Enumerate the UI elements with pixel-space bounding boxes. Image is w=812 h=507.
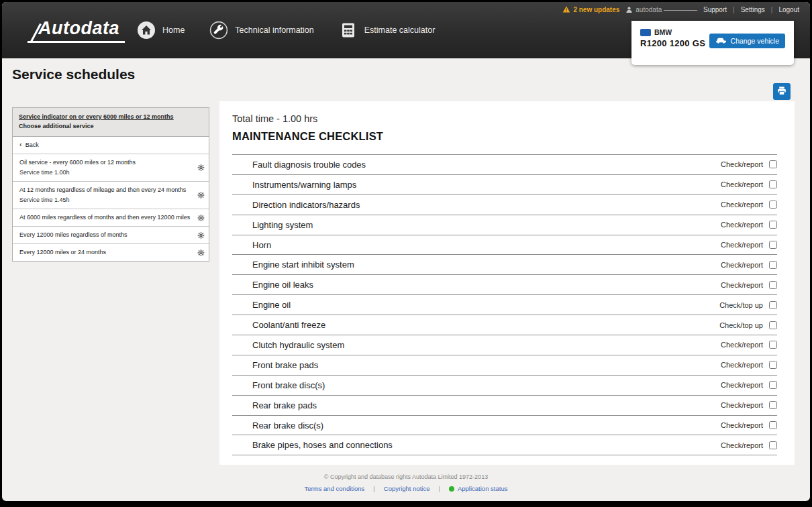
change-vehicle-button[interactable]: Change vehicle [709, 34, 785, 48]
checklist-row: Lighting systemCheck/report [232, 215, 777, 235]
gear-icon[interactable] [197, 192, 205, 199]
checklist-item-label: Front brake pads [252, 360, 721, 370]
checklist-item-label: Coolant/anti freeze [252, 320, 719, 330]
home-icon [136, 20, 156, 40]
gear-icon[interactable] [197, 231, 205, 239]
sidebar-item-1[interactable]: Oil service - every 6000 miles or 12 mon… [13, 154, 209, 182]
service-time-label: Service time 1.00h [19, 168, 136, 177]
checklist-row: HornCheck/report [232, 235, 777, 256]
checklist-checkbox[interactable] [769, 381, 777, 389]
sidebar-item-text: Back [26, 141, 39, 150]
nav-item-estimate-calculator[interactable]: Estimate calculator [338, 20, 436, 40]
checklist-item-label: Horn [252, 240, 721, 250]
separator: | [373, 485, 374, 492]
checklist-action-label: Check/report [721, 261, 763, 269]
separator: | [733, 6, 735, 13]
page-title: Service schedules [12, 66, 135, 82]
logout-link[interactable]: Logout [778, 6, 799, 13]
checklist-item-label: Rear brake disc(s) [252, 420, 721, 431]
choose-service-label: Choose additional service [19, 122, 203, 131]
sidebar-item-2[interactable]: At 12 months regardless of mileage and t… [13, 182, 209, 209]
vehicle-model: R1200 1200 GS [640, 38, 705, 48]
checklist-row: Rear brake padsCheck/report [232, 396, 777, 416]
footer-link-terms-and-conditions[interactable]: Terms and conditions [305, 485, 365, 492]
service-options-panel: Service indicator on or every 6000 miles… [12, 107, 209, 262]
checklist-checkbox[interactable] [769, 421, 777, 429]
updates-link[interactable]: 2 new updates [562, 5, 619, 13]
checklist-action-label: Check/top up [719, 301, 763, 309]
checklist-action-label: Check/report [721, 281, 763, 289]
checklist-checkbox[interactable] [769, 221, 777, 229]
nav-item-label: Home [162, 25, 185, 35]
footer-link-copyright-notice[interactable]: Copyright notice [384, 485, 430, 492]
checklist-checkbox[interactable] [769, 321, 777, 329]
sidebar-item-text: Oil service - every 6000 miles or 12 mon… [19, 158, 136, 177]
checklist-item-label: Engine oil leaks [252, 280, 721, 290]
checklist-rows: Fault diagnosis trouble codesCheck/repor… [232, 154, 777, 455]
checklist-row: Front brake padsCheck/report [232, 355, 777, 376]
selected-schedule-label: Service indicator on or every 6000 miles… [19, 113, 203, 122]
support-link[interactable]: Support [703, 6, 727, 13]
service-options-list: ‹BackOil service - every 6000 miles or 1… [13, 137, 209, 261]
checklist-checkbox[interactable] [769, 401, 777, 409]
checklist-row: Instruments/warning lampsCheck/report [232, 175, 777, 195]
settings-link[interactable]: Settings [741, 6, 765, 13]
footer-link-label: Application status [458, 485, 507, 492]
sidebar-item-text: At 6000 miles regardless of months and t… [19, 213, 190, 222]
checklist-checkbox[interactable] [769, 201, 777, 209]
footer-link-application-status[interactable]: Application status [449, 485, 507, 492]
nav-item-technical-information[interactable]: Technical information [209, 20, 313, 40]
checklist-action-label: Check/report [721, 401, 763, 409]
checklist-row: Engine start inhibit systemCheck/report [232, 255, 777, 275]
checklist-checkbox[interactable] [769, 160, 777, 168]
footer: © Copyright and database rights Autodata… [2, 473, 810, 492]
gear-icon[interactable] [197, 164, 205, 171]
bmw-icon [640, 29, 651, 36]
footer-link-label: Terms and conditions [305, 485, 365, 492]
sidebar-item-text: Every 12000 miles regardless of months [19, 231, 128, 239]
printer-icon [776, 86, 787, 98]
gear-icon[interactable] [197, 249, 205, 256]
sidebar-item-label: Back [26, 141, 39, 150]
gear-icon[interactable] [197, 214, 205, 221]
change-vehicle-label: Change vehicle [731, 37, 779, 45]
checklist-checkbox[interactable] [769, 441, 777, 449]
checklist-item-label: Direction indicators/hazards [252, 200, 721, 210]
nav-item-label: Estimate calculator [364, 25, 436, 35]
vehicle-card: BMW R1200 1200 GS Change vehicle [631, 21, 794, 65]
checklist-action-label: Check/report [721, 361, 763, 369]
sidebar-item-4[interactable]: Every 12000 miles regardless of months [13, 227, 209, 244]
status-dot-icon [449, 486, 454, 492]
checklist-checkbox[interactable] [769, 180, 777, 188]
checklist-row: Rear brake disc(s)Check/report [232, 416, 777, 436]
checklist-checkbox[interactable] [769, 361, 777, 369]
print-button[interactable] [773, 83, 791, 100]
checklist-action-label: Check/report [721, 221, 763, 229]
checklist-item-label: Brake pipes, hoses and connections [252, 440, 721, 450]
checklist-checkbox[interactable] [769, 261, 777, 269]
nav-item-home[interactable]: Home [136, 20, 185, 40]
checklist-action-label: Check/report [721, 441, 763, 449]
checklist-action-label: Check/report [721, 421, 763, 429]
checklist-checkbox[interactable] [769, 341, 777, 349]
user-account[interactable]: autodata ————— [625, 6, 697, 13]
checklist-action-label: Check/report [721, 381, 763, 389]
checklist-action-label: Check/report [721, 160, 763, 168]
nav-item-label: Technical information [235, 25, 313, 35]
sidebar-item-label: Every 12000 miles regardless of months [19, 231, 128, 239]
sidebar-item-5[interactable]: Every 12000 miles or 24 months [13, 244, 209, 261]
autodata-app: 2 new updates autodata ————— Support | S… [2, 2, 810, 501]
checklist-checkbox[interactable] [769, 301, 777, 309]
sidebar-item-3[interactable]: At 6000 miles regardless of months and t… [13, 209, 209, 227]
checklist-checkbox[interactable] [769, 281, 777, 289]
updates-label: 2 new updates [573, 6, 619, 13]
total-time: Total time - 1.00 hrs [232, 113, 317, 124]
sidebar-item-back[interactable]: ‹Back [13, 137, 209, 154]
checklist-action-label: Check/report [721, 180, 763, 188]
sidebar-item-text: At 12 months regardless of mileage and t… [19, 186, 186, 205]
checklist-item-label: Clutch hydraulic system [252, 340, 721, 350]
checklist-checkbox[interactable] [769, 241, 777, 249]
autodata-logo[interactable]: Autodata [28, 18, 125, 43]
checklist-action-label: Check/report [721, 241, 763, 249]
checklist-action-label: Check/report [721, 201, 763, 209]
